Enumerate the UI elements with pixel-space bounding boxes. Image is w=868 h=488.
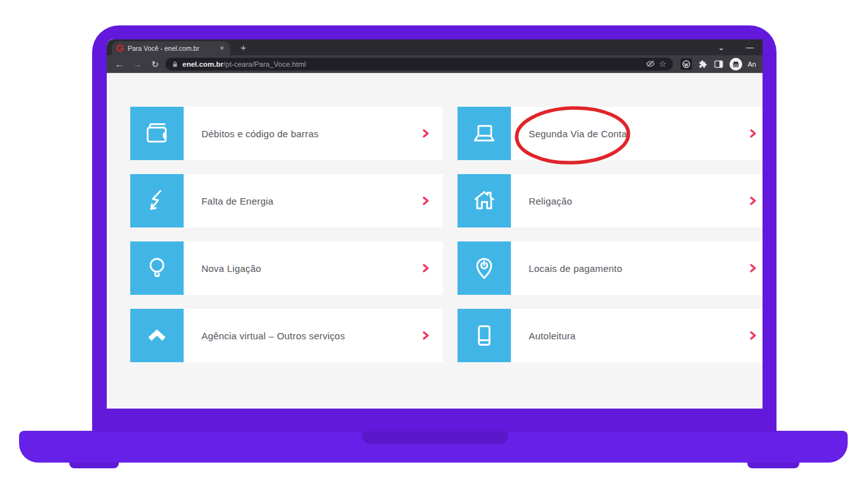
card-label: Religação: [529, 196, 573, 207]
card-religacao[interactable]: Religação: [458, 174, 763, 227]
page-content: Débitos e código de barras Segunda: [107, 73, 763, 409]
chevron-right-icon: [750, 129, 756, 138]
window-controls: ⌄ —: [718, 39, 763, 55]
card-label: Agência virtual – Outros serviços: [201, 330, 345, 341]
chevron-right-icon: [423, 129, 429, 138]
chevron-right-icon: [750, 196, 756, 205]
hidden-eye-icon[interactable]: [646, 60, 655, 68]
enel-logo-icon: [116, 44, 124, 52]
incognito-avatar-icon[interactable]: [729, 58, 742, 71]
smartphone-icon: [458, 309, 511, 362]
card-agencia-virtual[interactable]: Agência virtual – Outros serviços: [130, 309, 443, 362]
new-tab-button[interactable]: +: [236, 41, 250, 55]
location-pin-icon: [458, 241, 511, 295]
minimize-icon[interactable]: —: [746, 44, 754, 51]
card-falta-energia[interactable]: Falta de Energia: [130, 174, 443, 227]
card-locais-pagamento[interactable]: Locais de pagamento: [458, 241, 763, 295]
bookmark-star-icon[interactable]: ☆: [659, 59, 667, 69]
card-label: Falta de Energia: [201, 196, 273, 207]
tab-strip: Para Você - enel.com.br ✕ + ⌄ —: [107, 39, 763, 55]
card-label: Locais de pagamento: [529, 263, 622, 274]
laptop-mockup: Para Você - enel.com.br ✕ + ⌄ — ← → ↻: [0, 0, 868, 488]
chevron-right-icon: [750, 331, 756, 340]
laptop-icon: [458, 107, 511, 160]
card-label: Segunda Via de Conta: [529, 128, 627, 139]
url-text: enel.com.br/pt-ceara/Para_Voce.html: [182, 60, 306, 68]
laptop-hinge-notch: [362, 431, 508, 444]
side-panel-icon[interactable]: [714, 59, 724, 69]
chevron-down-icon[interactable]: ⌄: [718, 44, 724, 51]
browser-tab[interactable]: Para Você - enel.com.br ✕: [112, 41, 230, 55]
house-icon: [458, 174, 511, 227]
laptop-screen-bezel: Para Você - enel.com.br ✕ + ⌄ — ← → ↻: [92, 25, 776, 431]
extensions-puzzle-icon[interactable]: [698, 59, 708, 69]
back-icon[interactable]: ←: [112, 59, 127, 69]
card-label: Débitos e código de barras: [201, 128, 318, 139]
laptop-base: [19, 431, 848, 463]
wallet-icon: [130, 107, 184, 160]
card-debitos[interactable]: Débitos e código de barras: [130, 107, 443, 160]
wordpress-extension-icon[interactable]: [681, 58, 692, 70]
extensions-area: An: [675, 58, 757, 71]
service-card-grid: Débitos e código de barras Segunda: [130, 107, 763, 362]
card-autoleitura[interactable]: Autoleitura: [458, 309, 763, 362]
chevron-right-icon: [423, 264, 429, 273]
lightbulb-icon: [130, 241, 184, 295]
browser-toolbar: ← → ↻ enel.com.br/pt-ceara/Para_Voce.htm…: [107, 55, 763, 73]
tab-close-icon[interactable]: ✕: [218, 45, 226, 51]
card-nova-ligacao[interactable]: Nova Ligação: [130, 241, 443, 295]
browser-window: Para Você - enel.com.br ✕ + ⌄ — ← → ↻: [107, 39, 763, 409]
power-outage-icon: [130, 174, 184, 227]
laptop-foot-left: [69, 463, 119, 468]
lock-icon: [172, 60, 179, 68]
reload-icon[interactable]: ↻: [147, 59, 163, 69]
card-segunda-via[interactable]: Segunda Via de Conta: [458, 107, 763, 160]
chevron-up-icon: [130, 309, 184, 362]
profile-name[interactable]: An: [748, 60, 756, 68]
chevron-right-icon: [750, 264, 756, 273]
chevron-right-icon: [423, 331, 429, 340]
card-label: Nova Ligação: [201, 263, 261, 274]
chevron-right-icon: [423, 196, 429, 205]
forward-icon[interactable]: →: [130, 59, 145, 69]
card-label: Autoleitura: [529, 330, 576, 341]
address-bar[interactable]: enel.com.br/pt-ceara/Para_Voce.html ☆: [165, 58, 673, 71]
laptop-foot-right: [747, 463, 799, 468]
tab-title: Para Você - enel.com.br: [128, 44, 214, 52]
